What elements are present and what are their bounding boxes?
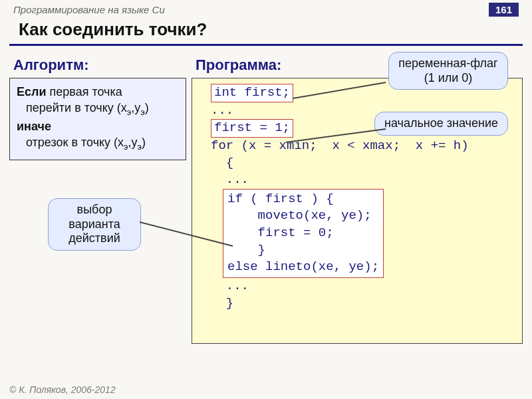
code-decl: int first;	[211, 84, 293, 102]
code-dots3: ...	[211, 278, 515, 295]
callout-choice-l1: выбор	[77, 203, 112, 216]
algo-else-kw: иначе	[17, 120, 51, 133]
code-if-body1: moveto(xe, ye);	[227, 207, 379, 225]
code-for: for (x = xmin; x < xmax; x += h)	[211, 138, 515, 155]
course-title: Программирование на языке Си	[13, 4, 165, 15]
code-if-block: if ( first ) { moveto(xe, ye); first = 0…	[223, 189, 384, 278]
code-brace-open: {	[211, 155, 515, 172]
algo-box: Если первая точка перейти в точку (xэ,yэ…	[9, 78, 186, 160]
algo-if-kw: Если	[17, 85, 47, 98]
algo-then: перейти в точку (xэ,yэ)	[17, 100, 179, 118]
code-dots2: ...	[211, 172, 515, 189]
algo-else: отрезок в точку (xэ,yэ)	[17, 134, 179, 153]
code-assign: first = 1;	[211, 119, 293, 138]
page-number: 161	[489, 3, 519, 17]
slide-title: Как соединить точки?	[0, 18, 532, 44]
callout-choice-l3: действий	[68, 231, 120, 245]
code-brace-close: }	[211, 295, 515, 313]
callout-init-value: начальное значение	[374, 112, 508, 136]
title-rule	[9, 44, 523, 46]
callout-flag-var: переменная-флаг (1 или 0)	[388, 52, 508, 90]
code-if-body2: first = 0;	[227, 225, 379, 242]
algo-heading: Алгоритм:	[13, 57, 182, 74]
code-else: else lineto(xe, ye);	[227, 259, 379, 276]
callout-choice: выбор варианта действий	[48, 198, 141, 251]
footer-copyright: © К. Поляков, 2006-2012	[9, 384, 116, 395]
callout-choice-l2: варианта	[68, 217, 120, 231]
code-if-head: if ( first ) {	[227, 191, 379, 208]
code-if-close: }	[227, 242, 379, 259]
algo-if-cond: первая точка	[47, 85, 122, 98]
